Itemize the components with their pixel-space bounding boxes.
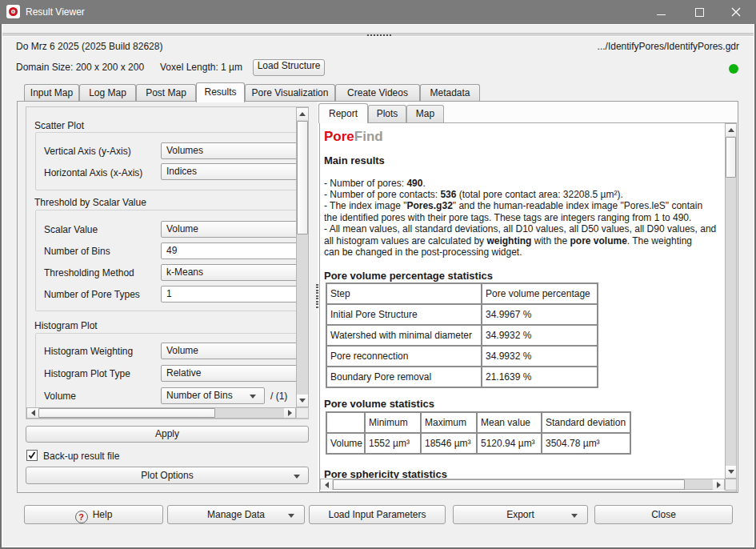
scroll-left-button[interactable] — [27, 408, 38, 418]
left-vertical-scrollbar[interactable] — [296, 107, 309, 407]
number-of-pore-types-input[interactable]: 1 — [161, 286, 296, 303]
volume-suffix: / (1) — [270, 391, 287, 402]
scroll-right-icon — [288, 410, 292, 416]
field-label: Thresholding Method — [44, 267, 134, 279]
scroll-up-icon — [728, 128, 734, 132]
scroll-up-button[interactable] — [726, 124, 736, 136]
scroll-up-button[interactable] — [297, 108, 308, 120]
report-text-line: - Number of pore contacts: 536 (total po… — [324, 189, 724, 200]
table-cell: Pore volume percentage — [482, 283, 598, 304]
combo-arrow-icon — [250, 395, 256, 399]
report-text-line: - The index image "Pores.g32" and the hu… — [324, 200, 724, 211]
left-horizontal-scrollbar[interactable] — [26, 407, 296, 419]
table-cell: Step — [326, 283, 482, 304]
sphericity-heading: Pore sphericity statistics — [324, 468, 447, 479]
splitter-handle[interactable] — [316, 284, 319, 309]
help-button[interactable]: ?Help — [24, 505, 163, 524]
table-cell: 18546 µm³ — [421, 433, 477, 454]
title-bar: Result Viewer — [0, 0, 756, 24]
field-label: Number of Bins — [44, 246, 110, 257]
tab-post-map[interactable]: Post Map — [136, 84, 196, 101]
window-border-left — [0, 24, 2, 549]
tab-plots[interactable]: Plots — [368, 105, 406, 122]
report-hscroll-thumb[interactable] — [333, 479, 685, 490]
left-hscroll-thumb[interactable] — [38, 408, 215, 418]
apply-button[interactable]: Apply — [26, 426, 309, 443]
manage-data-button[interactable]: Manage Data — [167, 505, 305, 524]
tab-report[interactable]: Report — [318, 103, 368, 123]
toolbar-separator[interactable] — [2, 33, 754, 37]
report-horizontal-scrollbar[interactable] — [320, 479, 725, 490]
build-info: Do Mrz 6 2025 (2025 Build 82628) — [16, 41, 162, 52]
load-input-parameters-button[interactable]: Load Input Parameters — [309, 505, 446, 524]
backup-checkbox-label[interactable]: Back-up result file — [43, 451, 119, 462]
table-cell: Pore reconnection — [326, 346, 482, 367]
tab-map[interactable]: Map — [406, 105, 444, 122]
scroll-up-icon — [299, 112, 306, 116]
number-of-bins-input[interactable]: 49 — [161, 242, 296, 259]
section-title-histogram: Histogram Plot — [34, 320, 98, 331]
table-cell: 3504.78 µm³ — [542, 433, 630, 454]
close-button[interactable] — [718, 0, 754, 24]
field-label: Number of Pore Types — [44, 289, 140, 300]
load-structure-button[interactable]: Load Structure — [253, 59, 325, 76]
table-cell: 1552 µm³ — [365, 433, 421, 454]
result-viewer-window: Result Viewer Do Mrz 6 2025 (2025 Build … — [0, 0, 756, 549]
volume-percentage-table: StepPore volume percentageInitial Pore S… — [326, 283, 598, 388]
field-label: Vertical Axis (y-Axis) — [44, 146, 131, 157]
report-vscroll-thumb[interactable] — [726, 137, 736, 178]
logo-find: Find — [354, 129, 383, 144]
logo-pore: Pore — [324, 129, 354, 144]
tab-metadata[interactable]: Metadata — [420, 84, 480, 101]
report-text-line: the identified pores with their pore tag… — [324, 212, 724, 223]
histogram-plot-type-combo[interactable]: Relative — [161, 365, 296, 382]
volume-bins-combo[interactable]: Number of Bins — [161, 387, 265, 404]
report-scrollbar-corner — [725, 479, 737, 491]
scroll-right-button[interactable] — [284, 408, 295, 418]
table-cell: Boundary Pore removal — [326, 367, 482, 387]
scroll-down-button[interactable] — [726, 466, 736, 478]
voxel-length-label: Voxel Length: 1 µm — [160, 62, 242, 73]
plot-options-label: Plot Options — [141, 470, 193, 481]
report-vertical-scrollbar[interactable] — [725, 123, 737, 479]
help-icon: ? — [75, 511, 88, 523]
export-button[interactable]: Export — [453, 505, 588, 524]
table-cell: Initial Pore Structure — [326, 304, 482, 325]
file-path: .../IdentifyPores/IdentifyPores.gdr — [598, 41, 739, 52]
field-label: Horizontal Axis (x-Axis) — [44, 167, 142, 178]
table-cell: 34.9932 % — [482, 346, 598, 367]
plot-options-button[interactable]: Plot Options — [26, 467, 309, 484]
tab-log-map[interactable]: Log Map — [79, 84, 136, 101]
scroll-down-button[interactable] — [297, 395, 308, 407]
close-dialog-button[interactable]: Close — [594, 505, 733, 524]
left-vscroll-thumb[interactable] — [297, 121, 308, 234]
scalar-value-combo[interactable]: Volume — [161, 221, 296, 238]
help-label: Help — [93, 509, 113, 520]
volume-stats-heading: Pore volume statistics — [324, 398, 434, 410]
horizontal-axis-combo[interactable]: Indices — [161, 163, 296, 180]
table-cell: 21.1639 % — [482, 367, 598, 387]
manage-data-label: Manage Data — [207, 509, 265, 520]
histogram-weighting-combo[interactable]: Volume — [161, 343, 296, 359]
maximize-button[interactable] — [681, 0, 718, 24]
field-label: Scalar Value — [44, 224, 98, 235]
scroll-left-button[interactable] — [321, 479, 332, 490]
thresholding-method-combo[interactable]: k-Means — [161, 264, 296, 281]
minimize-button[interactable] — [642, 0, 679, 24]
porefind-logo: PoreFind — [324, 129, 383, 145]
parameters-viewport: Scatter Plot Vertical Axis (y-Axis) Volu… — [26, 107, 296, 407]
tab-pore-visualization[interactable]: Pore Visualization — [245, 84, 335, 101]
report-content: PoreFind Main results - Number of pores:… — [320, 123, 725, 479]
tab-results[interactable]: Results — [196, 82, 245, 102]
field-label: Histogram Plot Type — [44, 368, 130, 379]
report-text-line: all histogram values are calculated by w… — [324, 235, 724, 246]
table-cell: 34.9932 % — [482, 325, 598, 346]
vertical-axis-combo[interactable]: Volumes — [161, 142, 296, 159]
scroll-right-button[interactable] — [713, 479, 724, 490]
table-cell: Mean value — [477, 412, 542, 433]
tab-input-map[interactable]: Input Map — [24, 84, 79, 101]
backup-checkbox[interactable] — [26, 450, 38, 461]
close-label: Close — [651, 509, 676, 520]
dropdown-arrow-icon — [571, 514, 578, 518]
tab-create-videos[interactable]: Create Videos — [335, 84, 420, 101]
